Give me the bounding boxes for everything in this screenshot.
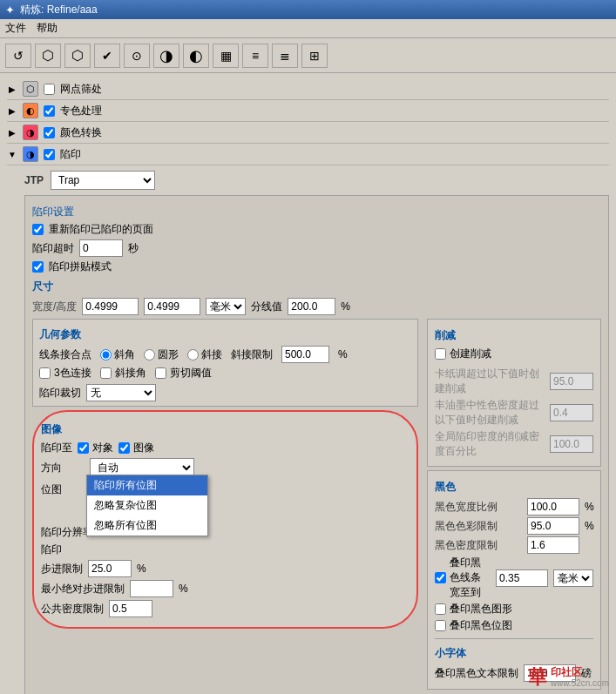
density-input[interactable]: [109, 600, 152, 617]
dropdown-item-0[interactable]: 陷印所有位图: [87, 475, 207, 495]
density-label: 公共密度限制: [41, 602, 104, 617]
watermark-text: 印社区: [551, 666, 609, 678]
toolbar-color1[interactable]: ◑: [153, 44, 179, 68]
timeout-label: 陷印超时: [32, 241, 74, 256]
image-title: 图像: [41, 422, 410, 437]
pos-row: 叠印黑色位图: [435, 618, 593, 633]
expand-special[interactable]: ▶: [7, 105, 17, 116]
menu-help[interactable]: 帮助: [37, 21, 58, 36]
trap-row: 陷印: [41, 542, 410, 557]
checkbox-trap[interactable]: [44, 149, 55, 160]
size-unit-select[interactable]: 毫米 英寸 点: [206, 298, 246, 315]
width-ratio-row: 黑色宽度比例 %: [435, 498, 593, 515]
step-unit: %: [137, 563, 146, 575]
cut-threshold-row[interactable]: 剪切阈值: [155, 366, 212, 381]
width-input[interactable]: [82, 298, 139, 315]
checkbox-special[interactable]: [44, 105, 55, 117]
timeout-row: 陷印超时 秒: [32, 239, 601, 257]
checkbox-colorconv[interactable]: [44, 127, 55, 138]
expand-colorconv[interactable]: ▶: [7, 127, 17, 138]
checkbox-line-width[interactable]: [435, 572, 446, 583]
toolbar-check[interactable]: ✔: [94, 44, 120, 68]
cut-select[interactable]: 无 对象 图像: [86, 384, 156, 401]
radio-bevel[interactable]: [187, 349, 199, 360]
checkbox-object[interactable]: [78, 442, 89, 454]
jtp-dropdown[interactable]: Trap None: [51, 171, 155, 190]
create-reduce-row[interactable]: 创建削减: [435, 347, 593, 361]
dropdown-item-2[interactable]: 忽略所有位图: [87, 515, 207, 536]
dropdown-item-1[interactable]: 忽略复杂位图: [87, 495, 207, 515]
trap-to-label: 陷印至: [41, 441, 72, 455]
toolbar-refresh[interactable]: ↺: [5, 44, 31, 68]
toolbar-grid[interactable]: ▦: [213, 44, 239, 68]
jtp-label: JTP: [24, 174, 44, 186]
reduce-title: 削减: [435, 328, 593, 343]
radio-miter[interactable]: [100, 349, 112, 360]
checkbox-shape[interactable]: [435, 603, 446, 615]
refresh-row: 重新陷印已陷印的页面: [32, 222, 601, 237]
object-label: 对象: [92, 441, 113, 455]
global-label: 全局陷印密度的削减密度百分比: [435, 429, 545, 459]
bevel-label: 斜接: [201, 347, 222, 362]
checkbox-tiling[interactable]: [32, 261, 44, 273]
checkbox-pos[interactable]: [435, 620, 446, 631]
toolbar-target[interactable]: ⊙: [124, 44, 150, 68]
expand-trap[interactable]: ▼: [7, 149, 17, 159]
title-bar-icon: ✦: [5, 3, 15, 17]
section-special: ▶ ◐ 专色处理: [7, 100, 609, 122]
timeout-input[interactable]: [79, 239, 123, 257]
label-colorconv: 颜色转换: [60, 125, 102, 140]
corner-angle-row[interactable]: 斜接角: [100, 366, 146, 381]
density-row: 公共密度限制: [41, 600, 410, 617]
width-ratio-input[interactable]: [527, 498, 579, 515]
title-bar: ✦ 精炼: Refine/aaa: [0, 0, 616, 19]
direction-label: 方向: [41, 461, 85, 475]
step-row: 步进限制 %: [41, 560, 410, 577]
toolbar-halftone[interactable]: ⬡: [35, 44, 61, 68]
height-input[interactable]: [144, 298, 200, 315]
join-round[interactable]: 圆形: [144, 347, 179, 362]
join-bevel[interactable]: 斜接: [187, 347, 222, 362]
image-section: 图像 陷印至 对象 图像 方向: [32, 410, 418, 629]
minstep-unit: %: [179, 583, 188, 595]
text-limit-label: 叠印黑色文本限制: [435, 666, 518, 681]
checkbox-image[interactable]: [118, 442, 130, 454]
step-label: 步进限制: [41, 562, 83, 576]
trap-to-row: 陷印至 对象 图像: [41, 441, 410, 455]
object-check[interactable]: 对象: [78, 441, 113, 455]
line-width-unit-select[interactable]: 毫米 英寸 点: [553, 569, 593, 587]
toolbar-color2[interactable]: ◐: [183, 44, 209, 68]
minstep-input[interactable]: [130, 580, 173, 597]
mitre-limit-input[interactable]: [281, 346, 329, 363]
color-limit-input[interactable]: [527, 517, 579, 535]
line-width-label: 叠印黑色线条宽至到: [450, 556, 491, 600]
image-check[interactable]: 图像: [118, 441, 154, 455]
checkbox-cut-threshold[interactable]: [155, 367, 166, 379]
toolbar-box[interactable]: ⊞: [301, 44, 328, 68]
join-miter[interactable]: 斜角: [100, 347, 135, 362]
threshold-input[interactable]: [288, 298, 335, 315]
checkbox-create-reduce[interactable]: [435, 348, 446, 360]
step-input[interactable]: [88, 560, 132, 577]
toolbar-list2[interactable]: ≣: [272, 44, 298, 68]
threshold-label: 分线值: [251, 300, 282, 314]
radio-round[interactable]: [144, 349, 155, 360]
checkbox-refresh[interactable]: [32, 224, 44, 235]
cardboard-row: 卡纸调超过以下值时创建削减: [435, 367, 593, 396]
menu-file[interactable]: 文件: [5, 21, 26, 36]
toolbar-special[interactable]: ⬡: [64, 44, 91, 68]
image-label: 图像: [133, 441, 154, 455]
expand-halftone[interactable]: ▶: [7, 84, 17, 94]
section-halftone: ▶ ⬡ 网点筛处: [7, 78, 609, 100]
checkbox-halftone[interactable]: [44, 84, 55, 95]
black-title: 黑色: [435, 480, 593, 495]
line-width-input[interactable]: [496, 569, 548, 587]
toolbar-list1[interactable]: ≡: [242, 44, 268, 68]
position-dropdown-menu: 陷印所有位图 忽略复杂位图 忽略所有位图: [86, 475, 208, 536]
color-limit-row: 黑色色彩限制 %: [435, 517, 593, 535]
checkbox-three-color[interactable]: [39, 367, 51, 379]
density-limit-input[interactable]: [527, 536, 579, 554]
three-color-row[interactable]: 3色连接: [39, 366, 91, 381]
main-content: ▶ ⬡ 网点筛处 ▶ ◐ 专色处理 ▶ ◑ 颜色转换 ▼ ◑ 陷印 JTP Tr…: [0, 73, 616, 694]
checkbox-corner-angle[interactable]: [100, 367, 112, 379]
